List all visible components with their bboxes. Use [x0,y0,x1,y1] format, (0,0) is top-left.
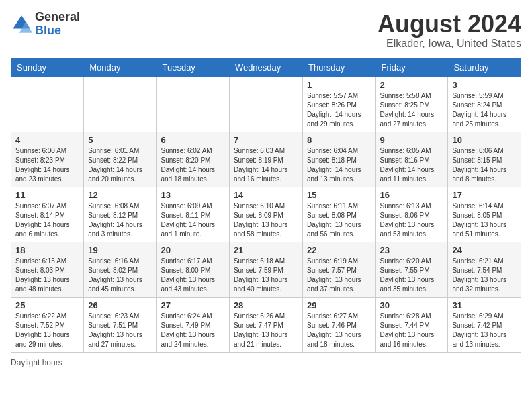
day-info: Sunrise: 6:28 AM Sunset: 7:44 PM Dayligh… [380,312,444,349]
day-info: Sunrise: 6:15 AM Sunset: 8:03 PM Dayligh… [15,257,79,294]
column-header-tuesday: Tuesday [157,58,229,77]
day-number: 31 [452,300,517,310]
calendar-week-5: 25Sunrise: 6:22 AM Sunset: 7:52 PM Dayli… [11,297,521,352]
footer-note: Daylight hours [11,358,521,367]
location: Elkader, Iowa, United States [378,38,521,50]
day-number: 7 [234,135,298,145]
calendar-cell: 24Sunrise: 6:21 AM Sunset: 7:54 PM Dayli… [448,242,521,297]
calendar-cell: 11Sunrise: 6:07 AM Sunset: 8:14 PM Dayli… [11,187,84,242]
calendar-cell: 27Sunrise: 6:24 AM Sunset: 7:49 PM Dayli… [157,297,229,352]
logo-general: General [35,11,80,24]
calendar-cell: 2Sunrise: 5:58 AM Sunset: 8:25 PM Daylig… [375,77,448,132]
day-number: 1 [307,80,371,90]
day-number: 23 [380,245,444,255]
calendar-cell: 14Sunrise: 6:10 AM Sunset: 8:09 PM Dayli… [229,187,302,242]
calendar-cell: 9Sunrise: 6:05 AM Sunset: 8:16 PM Daylig… [375,132,448,187]
day-info: Sunrise: 6:08 AM Sunset: 8:12 PM Dayligh… [88,201,152,239]
day-info: Sunrise: 6:01 AM Sunset: 8:22 PM Dayligh… [88,146,152,184]
day-info: Sunrise: 6:04 AM Sunset: 8:18 PM Dayligh… [307,146,371,184]
day-info: Sunrise: 6:18 AM Sunset: 7:59 PM Dayligh… [234,257,298,294]
day-info: Sunrise: 6:23 AM Sunset: 7:51 PM Dayligh… [88,312,152,349]
day-info: Sunrise: 6:27 AM Sunset: 7:46 PM Dayligh… [307,312,371,349]
calendar-cell: 25Sunrise: 6:22 AM Sunset: 7:52 PM Dayli… [11,297,84,352]
day-info: Sunrise: 5:58 AM Sunset: 8:25 PM Dayligh… [380,91,444,129]
day-info: Sunrise: 6:14 AM Sunset: 8:05 PM Dayligh… [452,201,517,239]
calendar-cell: 10Sunrise: 6:06 AM Sunset: 8:15 PM Dayli… [448,132,521,187]
day-info: Sunrise: 6:21 AM Sunset: 7:54 PM Dayligh… [452,257,517,294]
day-number: 28 [234,300,298,310]
page-header: General Blue August 2024 Elkader, Iowa, … [11,11,521,50]
calendar-cell: 6Sunrise: 6:02 AM Sunset: 8:20 PM Daylig… [157,132,229,187]
day-number: 26 [88,300,152,310]
calendar-cell: 19Sunrise: 6:16 AM Sunset: 8:02 PM Dayli… [84,242,157,297]
calendar-cell: 18Sunrise: 6:15 AM Sunset: 8:03 PM Dayli… [11,242,84,297]
day-info: Sunrise: 6:13 AM Sunset: 8:06 PM Dayligh… [380,201,444,239]
calendar-cell [11,77,84,132]
day-info: Sunrise: 6:06 AM Sunset: 8:15 PM Dayligh… [452,146,517,184]
day-number: 22 [307,245,371,255]
calendar-cell: 20Sunrise: 6:17 AM Sunset: 8:00 PM Dayli… [157,242,229,297]
day-info: Sunrise: 6:10 AM Sunset: 8:09 PM Dayligh… [234,201,298,239]
calendar-cell: 30Sunrise: 6:28 AM Sunset: 7:44 PM Dayli… [375,297,448,352]
day-info: Sunrise: 6:26 AM Sunset: 7:47 PM Dayligh… [234,312,298,349]
calendar-header-row: SundayMondayTuesdayWednesdayThursdayFrid… [11,58,521,77]
month-year: August 2024 [378,11,521,38]
calendar-cell [229,77,302,132]
calendar-cell: 17Sunrise: 6:14 AM Sunset: 8:05 PM Dayli… [448,187,521,242]
day-info: Sunrise: 6:19 AM Sunset: 7:57 PM Dayligh… [307,257,371,294]
calendar-cell [84,77,157,132]
calendar-cell: 16Sunrise: 6:13 AM Sunset: 8:06 PM Dayli… [375,187,448,242]
calendar-week-2: 4Sunrise: 6:00 AM Sunset: 8:23 PM Daylig… [11,132,521,187]
day-number: 30 [380,300,444,310]
day-info: Sunrise: 6:24 AM Sunset: 7:49 PM Dayligh… [161,312,224,349]
day-number: 16 [380,190,444,200]
column-header-saturday: Saturday [448,58,521,77]
day-number: 21 [234,245,298,255]
day-number: 24 [452,245,517,255]
calendar-cell: 21Sunrise: 6:18 AM Sunset: 7:59 PM Dayli… [229,242,302,297]
day-number: 8 [307,135,371,145]
column-header-wednesday: Wednesday [229,58,302,77]
column-header-sunday: Sunday [11,58,84,77]
day-number: 14 [234,190,298,200]
day-number: 4 [15,135,79,145]
calendar-week-3: 11Sunrise: 6:07 AM Sunset: 8:14 PM Dayli… [11,187,521,242]
calendar-cell: 8Sunrise: 6:04 AM Sunset: 8:18 PM Daylig… [302,132,375,187]
calendar-cell: 5Sunrise: 6:01 AM Sunset: 8:22 PM Daylig… [84,132,157,187]
calendar-cell: 22Sunrise: 6:19 AM Sunset: 7:57 PM Dayli… [302,242,375,297]
day-info: Sunrise: 6:07 AM Sunset: 8:14 PM Dayligh… [15,201,79,239]
day-info: Sunrise: 6:03 AM Sunset: 8:19 PM Dayligh… [234,146,298,184]
day-number: 3 [452,80,517,90]
column-header-thursday: Thursday [302,58,375,77]
calendar-cell: 28Sunrise: 6:26 AM Sunset: 7:47 PM Dayli… [229,297,302,352]
day-number: 19 [88,245,152,255]
calendar-table: SundayMondayTuesdayWednesdayThursdayFrid… [11,58,521,353]
calendar-cell: 13Sunrise: 6:09 AM Sunset: 8:11 PM Dayli… [157,187,229,242]
day-info: Sunrise: 5:57 AM Sunset: 8:26 PM Dayligh… [307,91,371,129]
day-number: 17 [452,190,517,200]
column-header-friday: Friday [375,58,448,77]
day-info: Sunrise: 6:16 AM Sunset: 8:02 PM Dayligh… [88,257,152,294]
day-info: Sunrise: 5:59 AM Sunset: 8:24 PM Dayligh… [452,91,517,129]
day-number: 25 [15,300,79,310]
calendar-cell: 12Sunrise: 6:08 AM Sunset: 8:12 PM Dayli… [84,187,157,242]
day-number: 27 [161,300,224,310]
column-header-monday: Monday [84,58,157,77]
title-block: August 2024 Elkader, Iowa, United States [378,11,521,50]
calendar-cell: 7Sunrise: 6:03 AM Sunset: 8:19 PM Daylig… [229,132,302,187]
day-info: Sunrise: 6:17 AM Sunset: 8:00 PM Dayligh… [161,257,224,294]
day-info: Sunrise: 6:11 AM Sunset: 8:08 PM Dayligh… [307,201,371,239]
day-number: 20 [161,245,224,255]
logo: General Blue [11,11,80,38]
day-number: 6 [161,135,224,145]
day-info: Sunrise: 6:20 AM Sunset: 7:55 PM Dayligh… [380,257,444,294]
day-number: 15 [307,190,371,200]
day-number: 10 [452,135,517,145]
day-number: 11 [15,190,79,200]
calendar-cell: 1Sunrise: 5:57 AM Sunset: 8:26 PM Daylig… [302,77,375,132]
logo-icon [11,13,32,35]
day-info: Sunrise: 6:09 AM Sunset: 8:11 PM Dayligh… [161,201,224,239]
logo-text: General Blue [35,11,80,38]
calendar-cell [157,77,229,132]
day-info: Sunrise: 6:05 AM Sunset: 8:16 PM Dayligh… [380,146,444,184]
